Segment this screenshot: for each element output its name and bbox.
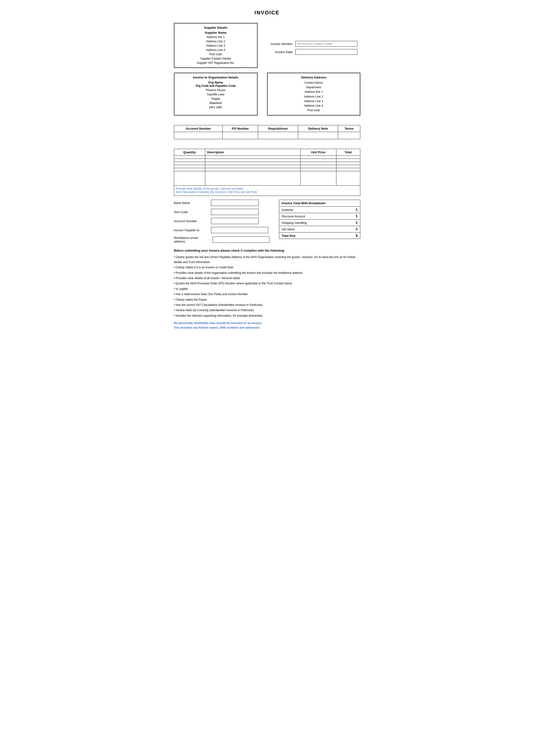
- supplier-box: Supplier Details Supplier Name Address l…: [174, 23, 258, 68]
- info-table-row: [174, 132, 360, 139]
- items-hint-line2: Item Description Including Qty Invoiced,…: [176, 190, 360, 194]
- org-postcode: WF3 1WE: [179, 105, 252, 110]
- invoice-number-label: Invoice Number:: [267, 42, 293, 46]
- footer-item-9: Invoice Adds Up Correctly (Handwritten I…: [174, 308, 360, 312]
- shipping-label: Shipping Handling: [282, 221, 307, 225]
- total-box-title: Invoice Total With Breakdown: [279, 200, 360, 206]
- account-number-cell: [174, 132, 223, 139]
- invoice-date-input[interactable]: [295, 49, 357, 55]
- total-due-row: Total Due $: [279, 232, 360, 239]
- total-due-label: Total Due: [282, 234, 295, 237]
- sort-code-input[interactable]: [211, 209, 259, 215]
- footer-item-10: Includes the relevant supporting informa…: [174, 313, 360, 318]
- items-row-6: [174, 171, 360, 186]
- subtotal-label: Subtotal: [282, 208, 293, 212]
- sort-code-label: Sort Code: [174, 210, 209, 214]
- items-col-unit-price: Unit Price: [300, 149, 336, 156]
- footer-item-4: Quotes the NHS Purchase Order (PO) Numbe…: [174, 281, 360, 286]
- footer-heading: Before submitting your Invoice please ch…: [174, 248, 360, 253]
- supplier-vat: Supplier VAT Registration No.: [179, 61, 252, 65]
- items-row-2: [174, 159, 360, 162]
- footer-note: No personally identifiable data should b…: [174, 321, 360, 330]
- org-address-4: Wakefield: [179, 101, 252, 105]
- org-code: Org Code and Payables Code: [179, 84, 252, 88]
- footer-note-line2: This includes any Patient names, NHS num…: [174, 326, 360, 330]
- col-requisitioner: Requisitioner: [258, 125, 298, 132]
- footer-item-3: Provides clear details of all Goods / Se…: [174, 276, 360, 281]
- items-hint-line1: Provide clear details of the goods / ser…: [176, 187, 360, 190]
- footer-item-0: Clearly quotes the full and correct Paya…: [174, 255, 360, 264]
- shipping-value: $: [356, 221, 358, 225]
- po-number-cell: [223, 132, 258, 139]
- items-row-3: [174, 162, 360, 165]
- payable-input[interactable]: [211, 227, 268, 233]
- bank-section: Bank Name Sort Code Account Number Invoi…: [174, 200, 269, 243]
- col-delivery-note: Delivery Note: [298, 125, 338, 132]
- info-table: Account Number PO Number Requisitioner D…: [174, 125, 360, 139]
- items-hint: Provide clear details of the goods / ser…: [174, 186, 360, 196]
- items-row-5: [174, 168, 360, 171]
- supplier-name: Supplier Name: [179, 31, 252, 35]
- subtotal-row: Subtotal $: [279, 206, 360, 213]
- payable-label: Invoice Payable to:: [174, 229, 209, 232]
- footer-note-line1: No personally identifiable data should b…: [174, 321, 360, 326]
- supplier-postcode: Post code: [179, 52, 252, 56]
- delivery-addr-4: Address Line 4: [272, 104, 355, 108]
- discount-row: Discount Amount $: [279, 213, 360, 219]
- footer-item-7: Clearly states the Payee: [174, 297, 360, 302]
- col-po-number: PO Number: [223, 125, 258, 132]
- org-address-1: Phoenix House: [179, 88, 252, 92]
- org-name: Org Name: [179, 81, 252, 84]
- delivery-box: Delivery Address Contact Name Department…: [267, 73, 360, 116]
- total-due-value: $: [356, 234, 358, 237]
- supplier-address-1: Address line 1: [179, 35, 252, 39]
- supplier-address-2: Address Line 2: [179, 39, 252, 43]
- footer-item-8: Has the correct VAT Calculations (Handwr…: [174, 303, 360, 307]
- delivery-addr-1: Address line 1: [272, 90, 355, 94]
- remittance-input[interactable]: [213, 236, 269, 243]
- delivery-addr-2: Address Line 2: [272, 94, 355, 99]
- footer-item-5: Is Legible: [174, 286, 360, 291]
- org-box-title: Invoice to Organisation Details: [179, 76, 252, 79]
- delivery-postcode: Post code: [272, 108, 355, 113]
- bank-name-input[interactable]: [211, 200, 259, 206]
- bank-name-label: Bank Name: [174, 201, 209, 205]
- items-col-qty: Quantity: [174, 149, 205, 156]
- vat-label: Vat Value: [282, 228, 294, 231]
- discount-label: Discount Amount: [282, 215, 305, 218]
- delivery-addr-3: Address Line 3: [272, 99, 355, 104]
- items-row-1: [174, 156, 360, 159]
- footer-item-2: Provides clear details of the organisati…: [174, 271, 360, 275]
- account-number-label: Account Number: [174, 219, 209, 223]
- supplier-contact: Supplier Contact Details: [179, 56, 252, 61]
- vat-row: Vat Value $: [279, 226, 360, 232]
- footer-item-1: Clearly States if it is an Invoice or Cr…: [174, 265, 360, 270]
- remittance-label: Remittance email address:: [174, 236, 210, 243]
- col-account-number: Account Number: [174, 125, 223, 132]
- supplier-box-title: Supplier Details: [179, 26, 252, 29]
- terms-cell: [338, 132, 360, 139]
- footer-item-6: Has a Valid Invoice Date (Tax Point) and…: [174, 292, 360, 297]
- supplier-address-3: Address Line 3: [179, 43, 252, 48]
- shipping-row: Shipping Handling $: [279, 219, 360, 226]
- items-col-total: Total: [336, 149, 360, 156]
- delivery-contact: Contact Name: [272, 81, 355, 85]
- delivery-note-cell: [298, 132, 338, 139]
- total-section: Invoice Total With Breakdown Subtotal $ …: [279, 200, 360, 243]
- account-number-input[interactable]: [211, 218, 259, 224]
- invoice-date-label: Invoice Date:: [267, 50, 293, 54]
- invoice-number-input[interactable]: [295, 41, 357, 47]
- items-col-desc: Description: [205, 149, 300, 156]
- requisitioner-cell: [258, 132, 298, 139]
- invoice-title: INVOICE: [174, 10, 360, 16]
- delivery-dept: Department: [272, 85, 355, 90]
- delivery-box-title: Delivery Address: [272, 76, 355, 79]
- col-terms: Terms: [338, 125, 360, 132]
- supplier-address-4: Address Line 4: [179, 48, 252, 52]
- items-row-4: [174, 165, 360, 168]
- subtotal-value: $: [356, 208, 358, 212]
- total-box: Invoice Total With Breakdown Subtotal $ …: [279, 200, 360, 239]
- vat-value: $: [356, 227, 358, 231]
- footer-checklist: Clearly quotes the full and correct Paya…: [174, 255, 360, 318]
- items-table: Quantity Description Unit Price Total: [174, 149, 360, 186]
